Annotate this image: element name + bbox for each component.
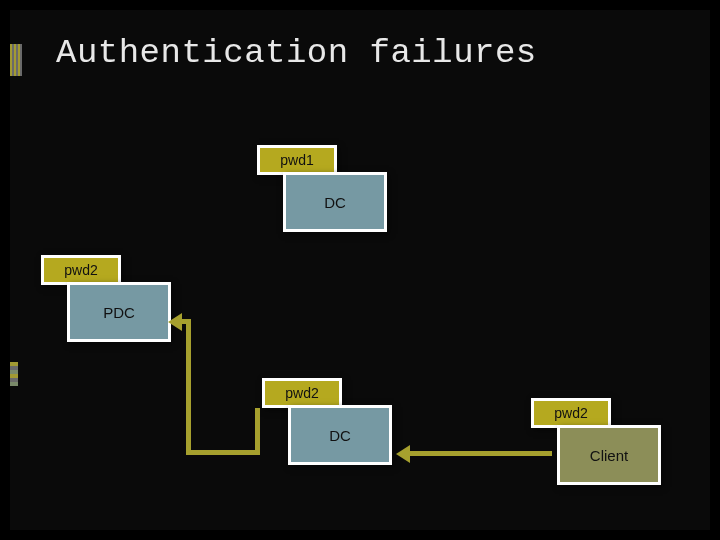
edge-dc-to-pdc-seg3 [186,319,191,455]
edge-client-to-dc-arrowhead [396,445,410,463]
dc-bottom-password-tag: pwd2 [262,378,342,408]
pdc-box: PDC [67,282,171,342]
dc-top-box: DC [283,172,387,232]
edge-dc-to-pdc-seg2 [186,450,260,455]
slide-title: Authentication failures [56,34,537,72]
dc-top-password-tag: pwd1 [257,145,337,175]
edge-dc-to-pdc-seg1 [255,408,260,454]
pdc-password-tag: pwd2 [41,255,121,285]
dc-bottom-box: DC [288,405,392,465]
client-box: Client [557,425,661,485]
edge-client-to-dc [410,451,552,456]
edge-dc-to-pdc-seg4 [181,319,191,324]
edge-dc-to-pdc-arrowhead [168,313,182,331]
title-accent-bar [10,44,22,76]
side-accent-bar [10,362,18,386]
client-password-tag: pwd2 [531,398,611,428]
